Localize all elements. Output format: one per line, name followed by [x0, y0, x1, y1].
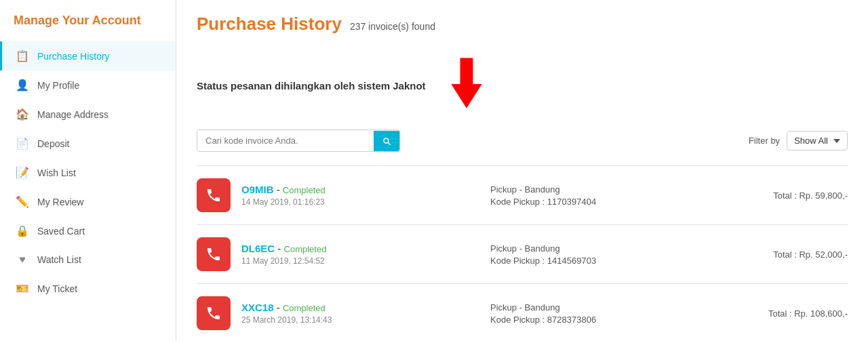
pickup-code: Kode Pickup : 1414569703	[490, 256, 728, 266]
order-item: O9MIB - Completed 14 May 2019, 01:16:23 …	[197, 166, 848, 225]
order-id-link[interactable]: O9MIB	[241, 184, 274, 195]
my-profile-icon: 👤	[16, 79, 29, 92]
order-item: DL6EC - Completed 11 May 2019, 12:54:52 …	[197, 225, 848, 284]
manage-address-icon: 🏠	[16, 108, 29, 121]
sidebar-item-my-profile[interactable]: 👤 My Profile	[0, 71, 176, 100]
invoice-count: 237 invoice(s) found	[350, 21, 435, 32]
search-box	[197, 129, 400, 152]
order-id-line: O9MIB - Completed	[241, 184, 479, 195]
sidebar-item-label: Manage Address	[37, 109, 108, 120]
order-id-link[interactable]: DL6EC	[241, 243, 275, 254]
notice-text: Status pesanan dihilangkan oleh sistem J…	[197, 80, 426, 92]
arrow-down-icon	[439, 58, 494, 113]
search-filter-row: Filter by Show All	[197, 129, 848, 152]
order-total: Total : Rp. 59,800,-	[739, 190, 848, 201]
sidebar-item-label: Wish List	[37, 167, 76, 178]
order-info: XXC18 - Completed 25 March 2019, 13:14:4…	[241, 302, 479, 325]
sidebar-item-deposit[interactable]: 📄 Deposit	[0, 129, 176, 158]
order-info: O9MIB - Completed 14 May 2019, 01:16:23	[241, 184, 479, 207]
notice-banner: Status pesanan dihilangkan oleh sistem J…	[197, 48, 848, 123]
sidebar-item-label: Purchase History	[37, 51, 110, 62]
sidebar-item-purchase-history[interactable]: 📋 Purchase History	[0, 41, 176, 71]
filter-value: Show All	[794, 136, 828, 146]
saved-cart-icon: 🔒	[16, 224, 29, 237]
pickup-code: Kode Pickup : 1170397404	[490, 197, 728, 207]
pickup-code: Kode Pickup : 8728373806	[490, 315, 728, 325]
order-icon	[197, 237, 231, 271]
order-info: DL6EC - Completed 11 May 2019, 12:54:52	[241, 243, 479, 266]
order-pickup: Pickup - Bandung Kode Pickup : 141456970…	[490, 243, 728, 266]
sidebar: Manage Your Account 📋 Purchase History 👤…	[0, 0, 176, 341]
order-id-line: XXC18 - Completed	[241, 302, 479, 313]
pickup-label: Pickup - Bandung	[490, 184, 728, 195]
sidebar-item-my-review[interactable]: ✏️ My Review	[0, 187, 176, 216]
order-id-link[interactable]: XXC18	[241, 302, 274, 313]
sidebar-item-label: My Review	[37, 197, 83, 207]
page-header: Purchase History 237 invoice(s) found	[197, 14, 848, 35]
order-date: 11 May 2019, 12:54:52	[241, 256, 479, 266]
watch-list-icon: ♥	[16, 254, 29, 266]
sidebar-title: Manage Your Account	[0, 14, 176, 41]
order-status: Completed	[284, 244, 327, 254]
my-ticket-icon: 🎫	[16, 282, 29, 295]
sidebar-item-label: My Ticket	[37, 283, 77, 294]
order-status: Completed	[283, 303, 326, 313]
sidebar-item-label: Deposit	[37, 138, 69, 149]
search-input[interactable]	[197, 130, 374, 151]
order-status: Completed	[283, 185, 326, 195]
purchase-history-icon: 📋	[16, 49, 29, 62]
sidebar-item-wish-list[interactable]: 📝 Wish List	[0, 158, 176, 187]
order-list: O9MIB - Completed 14 May 2019, 01:16:23 …	[197, 165, 848, 341]
search-icon	[382, 136, 391, 146]
order-date: 14 May 2019, 01:16:23	[241, 197, 479, 207]
order-item: XXC18 - Completed 25 March 2019, 13:14:4…	[197, 284, 848, 341]
chevron-down-icon	[833, 138, 840, 144]
filter-dropdown[interactable]: Show All	[787, 131, 848, 151]
order-icon	[197, 178, 231, 212]
main-content: Purchase History 237 invoice(s) found St…	[176, 0, 868, 341]
sidebar-item-label: My Profile	[37, 80, 79, 91]
order-total: Total : Rp. 108,600,-	[739, 308, 848, 319]
order-id-line: DL6EC - Completed	[241, 243, 479, 254]
pickup-label: Pickup - Bandung	[490, 302, 728, 313]
filter-label: Filter by	[749, 136, 780, 146]
order-pickup: Pickup - Bandung Kode Pickup : 872837380…	[490, 302, 728, 325]
sidebar-item-my-ticket[interactable]: 🎫 My Ticket	[0, 274, 176, 303]
sidebar-item-saved-cart[interactable]: 🔒 Saved Cart	[0, 216, 176, 245]
search-button[interactable]	[374, 131, 399, 151]
order-pickup: Pickup - Bandung Kode Pickup : 117039740…	[490, 184, 728, 207]
sidebar-item-manage-address[interactable]: 🏠 Manage Address	[0, 100, 176, 129]
phone-icon	[205, 187, 222, 203]
svg-marker-0	[450, 57, 483, 109]
phone-icon	[205, 246, 222, 262]
deposit-icon: 📄	[16, 137, 29, 150]
order-icon	[197, 296, 231, 330]
wish-list-icon: 📝	[16, 166, 29, 179]
phone-icon	[205, 305, 222, 321]
sidebar-item-label: Watch List	[37, 254, 81, 265]
my-review-icon: ✏️	[16, 195, 29, 208]
order-date: 25 March 2019, 13:14:43	[241, 315, 479, 325]
filter-section: Filter by Show All	[749, 131, 848, 151]
pickup-label: Pickup - Bandung	[490, 243, 728, 254]
sidebar-item-label: Saved Cart	[37, 226, 85, 237]
page-title: Purchase History	[197, 14, 342, 35]
sidebar-item-watch-list[interactable]: ♥ Watch List	[0, 245, 176, 274]
order-total: Total : Rp. 52,000,-	[739, 249, 848, 260]
